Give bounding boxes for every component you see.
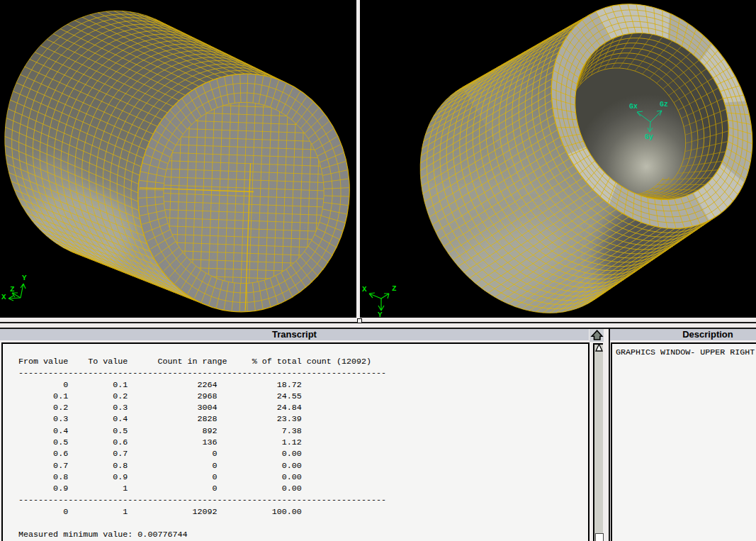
svg-text:X: X — [1, 293, 6, 301]
svg-text:X: X — [362, 285, 367, 294]
svg-text:Gy: Gy — [645, 133, 653, 141]
svg-text:Y: Y — [378, 311, 383, 318]
svg-text:Gx: Gx — [629, 103, 638, 111]
svg-text:Gz: Gz — [660, 101, 668, 108]
svg-text:Z: Z — [10, 285, 15, 294]
svg-text:Y: Y — [22, 274, 27, 282]
svg-text:Z: Z — [392, 284, 397, 293]
